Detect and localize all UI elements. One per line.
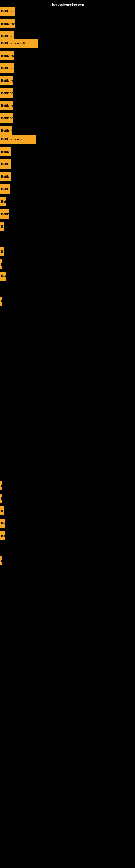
bottleneck-bar: B bbox=[0, 222, 4, 231]
bottleneck-bar: Bot bbox=[0, 197, 6, 206]
bottleneck-bar-label: B bbox=[1, 509, 3, 513]
bottleneck-bar-label: Bottleneck result bbox=[1, 22, 14, 25]
bottleneck-bar: | bbox=[0, 556, 2, 565]
bottleneck-bar-label: | bbox=[1, 262, 2, 266]
bottleneck-bar-label: | bbox=[1, 497, 2, 500]
bottleneck-bar-label: Bottleneck result bbox=[1, 116, 13, 120]
bottleneck-bar-label: Bottleneck result bbox=[1, 41, 25, 45]
bottleneck-bar: Bottlene bbox=[0, 184, 10, 194]
bottleneck-bar-label: Bott bbox=[1, 275, 6, 278]
bottleneck-bar: Bottleneck result bbox=[0, 76, 13, 85]
bottleneck-bar-label: Bottleneck result bbox=[1, 9, 15, 13]
bottleneck-bar: Bottleneck result bbox=[0, 38, 38, 48]
bottleneck-bar: B bbox=[0, 506, 4, 516]
site-title: TheBottlenecker.com bbox=[0, 1, 135, 9]
bottleneck-bar-label: | bbox=[1, 559, 2, 562]
bottleneck-bar-label: Bottleneck result bbox=[1, 54, 14, 57]
bottleneck-bar-label: Bottleneck result bbox=[1, 104, 13, 107]
bottleneck-bar: Bottleneck re bbox=[0, 147, 11, 156]
bottleneck-bar-label: Bottleneck result bbox=[1, 129, 12, 132]
bottleneck-bar-label: Bottleneck result bbox=[1, 66, 14, 70]
bottleneck-bar-label: B bbox=[1, 225, 3, 228]
bottleneck-bar: Bottleneck result bbox=[0, 63, 14, 73]
bottleneck-bar-label: Bottleneck re bbox=[1, 150, 11, 153]
bottleneck-bar: Bottleneck result bbox=[0, 101, 13, 110]
bottleneck-bar: | bbox=[0, 494, 2, 503]
bottleneck-bar-label: Bo bbox=[1, 522, 5, 525]
bottleneck-bar-label: Bottleneck rest bbox=[1, 137, 22, 141]
bottleneck-bar-label: Bottleneck re bbox=[1, 162, 11, 166]
bottleneck-bar: Bottleneck re bbox=[0, 159, 11, 169]
bottleneck-bar-label: Bottleneck result bbox=[1, 79, 13, 82]
bottleneck-bar: E bbox=[0, 297, 2, 306]
bottleneck-bar: | bbox=[0, 259, 2, 269]
bottleneck-bar-label: Bot bbox=[1, 200, 6, 203]
bottleneck-bar: Bottleneck result bbox=[0, 88, 13, 98]
bottleneck-bar: Bottleneck result bbox=[0, 113, 13, 123]
bottleneck-bar-label: E bbox=[1, 484, 2, 488]
bottleneck-bar: Bottleneck result bbox=[0, 19, 14, 28]
bottleneck-bar: Bottleneck r bbox=[0, 172, 11, 181]
bottleneck-bar: Bottleneck rest bbox=[0, 134, 36, 144]
bottleneck-bar-label: Bottleneck r bbox=[1, 175, 11, 178]
bottleneck-bar: E bbox=[0, 481, 2, 490]
bottleneck-bar: Bo bbox=[0, 531, 5, 540]
bottleneck-bar-label: Bottlen bbox=[1, 212, 9, 216]
bottleneck-bar-label: Bottleneck result bbox=[1, 34, 14, 38]
bottleneck-bar: B bbox=[0, 247, 4, 256]
bottleneck-bar-label: B bbox=[1, 250, 3, 253]
bottleneck-bar-label: Bottlene bbox=[1, 187, 10, 191]
bottleneck-bar: Bo bbox=[0, 519, 5, 528]
bottleneck-bar: Bottleneck result bbox=[0, 51, 14, 60]
bottleneck-bar: Bottleneck result bbox=[0, 6, 15, 16]
bottleneck-bar-label: E bbox=[1, 300, 2, 303]
bottleneck-bar: Bott bbox=[0, 272, 6, 281]
bottleneck-bar: Bottleneck result bbox=[0, 126, 12, 135]
bottleneck-bar: Bottlen bbox=[0, 209, 9, 219]
bottleneck-bar-label: Bottleneck result bbox=[1, 91, 13, 95]
bottleneck-bar-label: Bo bbox=[1, 534, 5, 537]
